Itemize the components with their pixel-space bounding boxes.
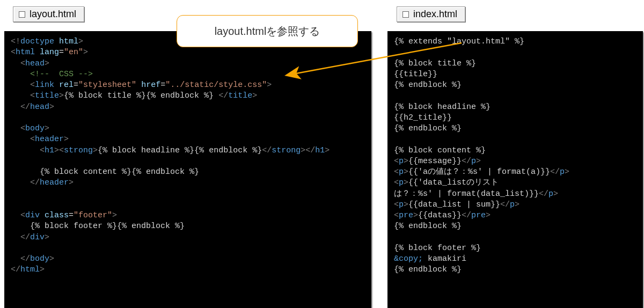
- tab-layout-html[interactable]: layout.html: [13, 6, 84, 22]
- callout-text: layout.htmlを参照する: [215, 24, 320, 39]
- code-editor-index[interactable]: {% extends "layout.html" %} {% block tit…: [387, 31, 643, 308]
- tab-icon: [19, 11, 25, 18]
- tab-label: index.html: [413, 9, 457, 20]
- tab-icon: [402, 11, 409, 18]
- callout-box: layout.htmlを参照する: [177, 15, 358, 47]
- code-editor-layout[interactable]: <!doctype html> <html lang="en"> <head> …: [4, 31, 371, 308]
- tab-label: layout.html: [30, 9, 76, 20]
- tab-index-html[interactable]: index.html: [397, 6, 465, 22]
